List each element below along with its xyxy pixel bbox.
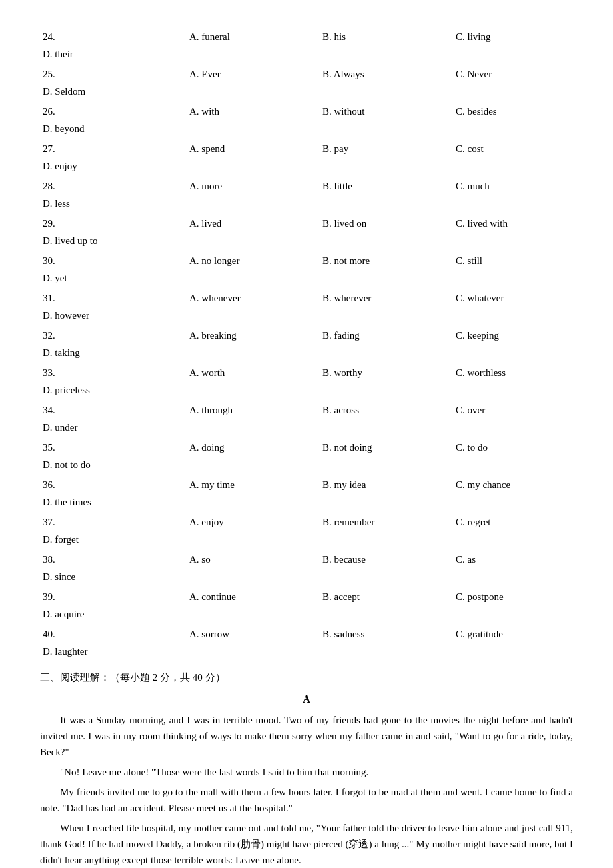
vocab-cell-num: 37. [40, 513, 187, 531]
vocab-row: 37.A. enjoyB. rememberC. regretD. forget [40, 512, 573, 549]
vocab-cell-c: C. cost [453, 140, 586, 157]
vocab-cell-c: C. my chance [453, 476, 586, 493]
vocab-row: 36.A. my timeB. my ideaC. my chanceD. th… [40, 475, 573, 512]
vocab-row: 25.A. EverB. AlwaysC. NeverD. Seldom [40, 64, 573, 101]
vocab-cell-a: A. with [187, 103, 320, 120]
vocab-cell-d: D. however [40, 307, 187, 324]
vocab-cell-b: B. Always [320, 65, 453, 83]
vocab-row: 28.A. moreB. littleC. muchD. less [40, 176, 573, 213]
vocab-cell-a: A. enjoy [187, 513, 320, 531]
vocab-row: 31.A. wheneverB. whereverC. whateverD. h… [40, 288, 573, 325]
vocab-cell-c: C. postpone [453, 588, 586, 605]
vocab-cell-d: D. priceless [40, 381, 187, 399]
vocab-cell-num: 34. [40, 401, 187, 419]
passage-container: It was a Sunday morning, and I was in te… [40, 712, 573, 868]
vocab-cell-b: B. remember [320, 513, 453, 531]
vocab-cell-b: B. his [320, 28, 453, 45]
vocab-cell-num: 31. [40, 289, 187, 307]
passage-paragraph-2: My friends invited me to go to the mall … [40, 784, 573, 816]
vocab-cell-a: A. more [187, 177, 320, 195]
vocab-cell-d: D. taking [40, 344, 187, 361]
vocab-cell-c: C. much [453, 177, 586, 195]
vocab-cell-d: D. the times [40, 493, 187, 511]
vocab-cell-d: D. enjoy [40, 157, 187, 175]
vocab-cell-d: D. laughter [40, 643, 187, 660]
vocab-cell-c: C. lived with [453, 215, 586, 232]
vocab-row: 29.A. livedB. lived onC. lived withD. li… [40, 213, 573, 251]
vocab-cell-num: 27. [40, 140, 187, 157]
vocab-cell-b: B. without [320, 103, 453, 120]
vocab-cell-b: B. sadness [320, 625, 453, 643]
vocab-cell-b: B. because [320, 551, 453, 568]
section3-label: 三、阅读理解：（每小题 2 分，共 40 分） [40, 672, 225, 683]
vocab-cell-c: C. as [453, 551, 586, 568]
vocab-cell-d: D. under [40, 419, 187, 436]
vocab-cell-num: 33. [40, 364, 187, 381]
vocab-table: 24.A. funeralB. hisC. livingD. their25.A… [40, 27, 573, 661]
vocab-cell-b: B. across [320, 401, 453, 419]
vocab-cell-c: C. still [453, 252, 586, 269]
vocab-cell-d: D. Seldom [40, 83, 187, 100]
vocab-cell-num: 24. [40, 28, 187, 45]
vocab-cell-b: B. pay [320, 140, 453, 157]
vocab-cell-b: B. not doing [320, 439, 453, 456]
vocab-cell-c: C. keeping [453, 327, 586, 344]
vocab-cell-b: B. little [320, 177, 453, 195]
vocab-cell-a: A. lived [187, 215, 320, 232]
vocab-cell-c: C. worthless [453, 364, 586, 381]
vocab-cell-num: 36. [40, 476, 187, 493]
vocab-cell-c: C. regret [453, 513, 586, 531]
vocab-cell-num: 26. [40, 103, 187, 120]
passage-paragraph-0: It was a Sunday morning, and I was in te… [40, 712, 573, 760]
vocab-cell-c: C. Never [453, 65, 586, 83]
vocab-cell-num: 30. [40, 252, 187, 269]
vocab-cell-b: B. not more [320, 252, 453, 269]
vocab-cell-b: B. fading [320, 327, 453, 344]
vocab-cell-b: B. worthy [320, 364, 453, 381]
vocab-cell-a: A. no longer [187, 252, 320, 269]
passage-paragraph-1: "No! Leave me alone! "Those were the las… [40, 764, 573, 780]
vocab-cell-d: D. since [40, 568, 187, 585]
vocab-cell-d: D. their [40, 45, 187, 63]
vocab-row: 40.A. sorrowB. sadnessC. gratitudeD. lau… [40, 624, 573, 661]
vocab-cell-b: B. wherever [320, 289, 453, 307]
vocab-row: 39.A. continueB. acceptC. postponeD. acq… [40, 587, 573, 624]
vocab-cell-b: B. my idea [320, 476, 453, 493]
vocab-cell-d: D. less [40, 195, 187, 212]
vocab-cell-a: A. worth [187, 364, 320, 381]
vocab-row: 30.A. no longerB. not moreC. stillD. yet [40, 251, 573, 288]
vocab-cell-a: A. sorrow [187, 625, 320, 643]
vocab-cell-num: 29. [40, 215, 187, 232]
vocab-cell-c: C. besides [453, 103, 586, 120]
passage-paragraph-3: When I reached tile hospital, my mother … [40, 820, 573, 868]
vocab-cell-b: B. accept [320, 588, 453, 605]
vocab-cell-d: D. yet [40, 269, 187, 287]
vocab-cell-a: A. funeral [187, 28, 320, 45]
vocab-cell-a: A. continue [187, 588, 320, 605]
vocab-cell-d: D. beyond [40, 120, 187, 137]
vocab-row: 32.A. breakingB. fadingC. keepingD. taki… [40, 325, 573, 363]
vocab-cell-num: 39. [40, 588, 187, 605]
vocab-cell-num: 38. [40, 551, 187, 568]
vocab-cell-c: C. over [453, 401, 586, 419]
section3-header: 三、阅读理解：（每小题 2 分，共 40 分） [40, 669, 573, 685]
vocab-row: 38.A. soB. becauseC. asD. since [40, 549, 573, 587]
vocab-cell-a: A. breaking [187, 327, 320, 344]
vocab-row: 24.A. funeralB. hisC. livingD. their [40, 27, 573, 64]
vocab-cell-d: D. forget [40, 531, 187, 548]
vocab-row: 26.A. withB. withoutC. besidesD. beyond [40, 101, 573, 139]
vocab-cell-d: D. lived up to [40, 232, 187, 249]
passage-title: A [40, 691, 573, 708]
vocab-row: 27.A. spendB. payC. costD. enjoy [40, 139, 573, 176]
vocab-cell-c: C. gratitude [453, 625, 586, 643]
vocab-cell-a: A. Ever [187, 65, 320, 83]
vocab-cell-b: B. lived on [320, 215, 453, 232]
vocab-cell-c: C. to do [453, 439, 586, 456]
vocab-cell-a: A. doing [187, 439, 320, 456]
vocab-cell-num: 25. [40, 65, 187, 83]
vocab-cell-d: D. acquire [40, 605, 187, 623]
vocab-cell-d: D. not to do [40, 456, 187, 473]
vocab-row: 35.A. doingB. not doingC. to doD. not to… [40, 437, 573, 475]
vocab-cell-num: 35. [40, 439, 187, 456]
vocab-cell-a: A. my time [187, 476, 320, 493]
